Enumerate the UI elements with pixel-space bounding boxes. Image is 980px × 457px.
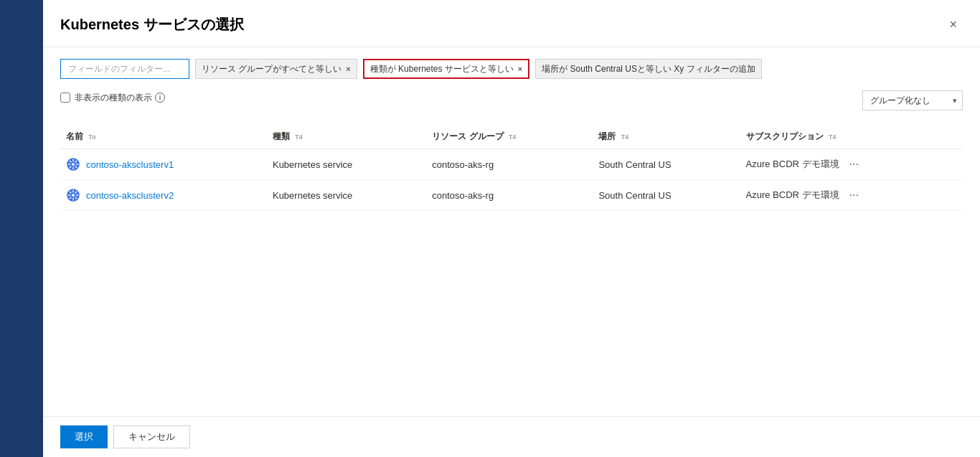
left-nav — [0, 0, 43, 457]
group-select[interactable]: グループ化なし 種類 リソース グループ 場所 — [862, 90, 963, 110]
filter-input[interactable] — [60, 59, 189, 79]
cell-type: Kubernetes service — [267, 149, 426, 180]
svg-rect-19 — [68, 194, 71, 195]
kubernetes-icon — [66, 157, 80, 171]
cell-location: South Central US — [593, 149, 740, 180]
modal-footer: 選択 キャンセル — [43, 416, 980, 457]
filter-row: リソース グループがすべてと等しい × 種類が Kubernetes サービスと… — [60, 59, 963, 79]
kubernetes-icon — [66, 188, 80, 202]
sort-location: T4 — [621, 133, 629, 141]
svg-point-10 — [72, 163, 75, 166]
group-select-wrap: グループ化なし 種類 リソース グループ 場所 — [862, 90, 963, 110]
subscription-text: Azure BCDR デモ環境 — [746, 189, 839, 202]
filter-tag-kind-close[interactable]: × — [518, 65, 522, 73]
cell-rg: contoso-aks-rg — [426, 180, 593, 211]
col-rg[interactable]: リソース グループ T4 — [426, 125, 593, 149]
svg-rect-8 — [68, 164, 71, 164]
filter-tag-kind-label: 種類が Kubernetes サービスと等しい — [370, 63, 514, 75]
col-name[interactable]: 名前 To — [60, 125, 267, 149]
cell-subscription: Azure BCDR デモ環境 ··· — [740, 180, 963, 210]
sort-rg: T4 — [509, 133, 517, 141]
subscription-text: Azure BCDR デモ環境 — [746, 158, 839, 171]
cell-name: contoso-aksclusterv2 — [60, 180, 267, 211]
row-ellipsis-button[interactable]: ··· — [845, 187, 863, 203]
cell-name: contoso-aksclusterv1 — [60, 149, 267, 180]
show-hidden-checkbox[interactable] — [60, 93, 70, 103]
modal-header: Kubernetes サービスの選択 × — [43, 0, 980, 47]
row-ellipsis-button[interactable]: ··· — [845, 156, 863, 172]
table-row[interactable]: contoso-aksclusterv2 Kubernetes servicec… — [60, 180, 963, 211]
show-hidden-label[interactable]: 非表示の種類の表示 i — [75, 92, 165, 104]
svg-rect-6 — [72, 167, 73, 170]
sort-subscription: T4 — [829, 133, 837, 141]
filter-tag-resource-group[interactable]: リソース グループがすべてと等しい × — [195, 59, 357, 79]
modal-body: リソース グループがすべてと等しい × 種類が Kubernetes サービスと… — [43, 47, 980, 416]
filter-tag-resource-group-close[interactable]: × — [346, 65, 350, 73]
svg-rect-4 — [76, 164, 79, 164]
svg-point-21 — [72, 194, 75, 197]
row-name-link[interactable]: contoso-aksclusterv2 — [86, 190, 174, 201]
sort-type: T4 — [295, 133, 303, 141]
svg-rect-17 — [72, 198, 73, 201]
filter-tag-resource-group-label: リソース グループがすべてと等しい — [202, 63, 341, 75]
cell-rg: contoso-aks-rg — [426, 149, 593, 180]
cell-subscription: Azure BCDR デモ環境 ··· — [740, 149, 963, 179]
col-location[interactable]: 場所 T4 — [593, 125, 740, 149]
table-row[interactable]: contoso-aksclusterv1 Kubernetes servicec… — [60, 149, 963, 180]
svg-rect-2 — [72, 159, 73, 162]
filter-tag-location[interactable]: 場所が South Central USと等しい Xy フィルターの追加 — [535, 59, 761, 79]
modal-title: Kubernetes サービスの選択 — [60, 15, 244, 34]
select-button[interactable]: 選択 — [60, 425, 108, 448]
group-row: グループ化なし 種類 リソース グループ 場所 — [862, 90, 963, 110]
resources-table: 名前 To 種類 T4 リソース グループ T4 場所 — [60, 125, 963, 211]
svg-rect-13 — [72, 190, 73, 193]
modal-dialog: Kubernetes サービスの選択 × リソース グループがすべてと等しい ×… — [43, 0, 980, 457]
filter-tag-location-label: 場所が South Central USと等しい Xy フィルターの追加 — [542, 63, 755, 75]
cell-location: South Central US — [593, 180, 740, 211]
table-container: 名前 To 種類 T4 リソース グループ T4 場所 — [60, 125, 963, 405]
cell-type: Kubernetes service — [267, 180, 426, 211]
row-name-link[interactable]: contoso-aksclusterv1 — [86, 159, 174, 170]
svg-rect-15 — [76, 194, 79, 195]
filter-tag-kind[interactable]: 種類が Kubernetes サービスと等しい × — [363, 59, 529, 79]
info-icon: i — [155, 93, 165, 103]
col-subscription[interactable]: サブスクリプション T4 — [740, 125, 963, 149]
checkbox-row: 非表示の種類の表示 i — [60, 92, 165, 104]
col-type[interactable]: 種類 T4 — [267, 125, 426, 149]
cancel-button[interactable]: キャンセル — [113, 425, 190, 448]
close-button[interactable]: × — [943, 14, 963, 35]
sort-name: To — [88, 133, 95, 141]
